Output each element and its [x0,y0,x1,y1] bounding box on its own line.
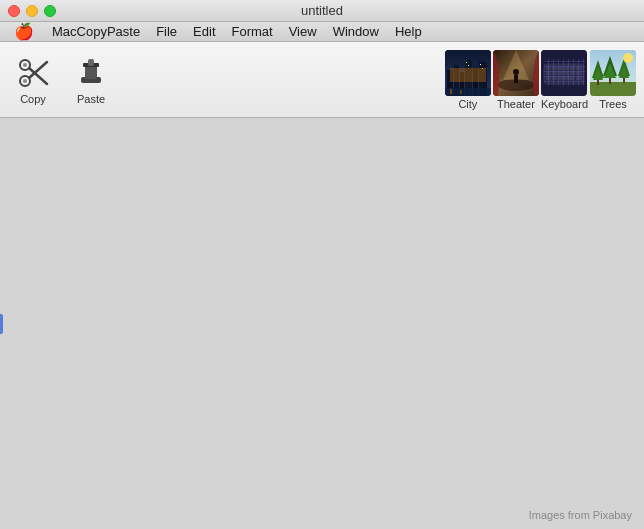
city-image [445,50,491,96]
svg-rect-40 [558,71,563,75]
main-content: Images from Pixabay [0,118,644,529]
svg-rect-33 [552,66,557,70]
svg-rect-18 [466,62,467,63]
svg-rect-35 [564,66,569,70]
svg-rect-39 [552,71,557,75]
toolbar-thumbnails: City [445,50,636,110]
svg-rect-46 [558,76,574,80]
svg-rect-21 [482,68,483,69]
svg-rect-58 [623,78,625,83]
svg-rect-47 [576,76,582,80]
title-bar: untitled [0,0,644,22]
menu-format[interactable]: Format [224,22,281,41]
svg-rect-29 [541,50,587,96]
svg-rect-45 [552,76,557,80]
copy-label: Copy [20,93,46,105]
svg-rect-37 [576,66,582,70]
svg-rect-34 [558,66,563,70]
thumbnail-keyboard[interactable]: Keyboard [541,50,588,110]
svg-rect-52 [597,80,599,85]
paste-button[interactable]: Paste [66,51,116,109]
window-title: untitled [301,3,343,18]
svg-rect-23 [450,89,452,94]
keyboard-label: Keyboard [541,98,588,110]
apple-menu[interactable]: 🍎 [4,22,44,41]
svg-rect-9 [88,59,94,66]
svg-rect-24 [460,90,462,94]
svg-point-59 [623,53,633,63]
svg-rect-31 [544,64,584,84]
svg-rect-28 [514,75,518,83]
svg-rect-36 [570,66,575,70]
trees-image [590,50,636,96]
svg-rect-43 [576,71,582,75]
svg-point-27 [513,69,519,75]
menu-bar: 🍎 MacCopyPaste File Edit Format View Win… [0,22,644,42]
left-edge-indicator [0,314,3,334]
menu-view[interactable]: View [281,22,325,41]
maximize-button[interactable] [44,5,56,17]
thumbnail-trees[interactable]: Trees [590,50,636,110]
svg-rect-32 [546,66,551,70]
svg-rect-19 [468,65,469,66]
svg-rect-49 [590,82,636,96]
scissors-icon [15,55,51,91]
attribution: Images from Pixabay [529,509,632,521]
stamp-icon [73,55,109,91]
svg-rect-20 [480,64,481,65]
toolbar: Copy Paste [0,42,644,118]
menu-edit[interactable]: Edit [185,22,223,41]
theater-image [493,50,539,96]
svg-rect-41 [564,71,569,75]
theater-label: Theater [497,98,535,110]
svg-rect-38 [546,71,551,75]
toolbar-left: Copy Paste [8,51,116,109]
svg-rect-30 [544,64,584,84]
keyboard-image [541,50,587,96]
svg-point-3 [23,63,27,67]
svg-rect-42 [570,71,575,75]
svg-point-2 [23,79,27,83]
menu-window[interactable]: Window [325,22,387,41]
svg-rect-44 [546,76,551,80]
menu-file[interactable]: File [148,22,185,41]
paste-label: Paste [77,93,105,105]
thumbnail-city[interactable]: City [445,50,491,110]
trees-label: Trees [599,98,627,110]
minimize-button[interactable] [26,5,38,17]
menu-help[interactable]: Help [387,22,430,41]
thumbnail-theater[interactable]: Theater [493,50,539,110]
copy-button[interactable]: Copy [8,51,58,109]
city-label: City [458,98,477,110]
svg-rect-55 [609,78,611,84]
traffic-lights [8,5,56,17]
close-button[interactable] [8,5,20,17]
menu-maccopyPaste[interactable]: MacCopyPaste [44,22,148,41]
svg-rect-7 [85,65,97,79]
